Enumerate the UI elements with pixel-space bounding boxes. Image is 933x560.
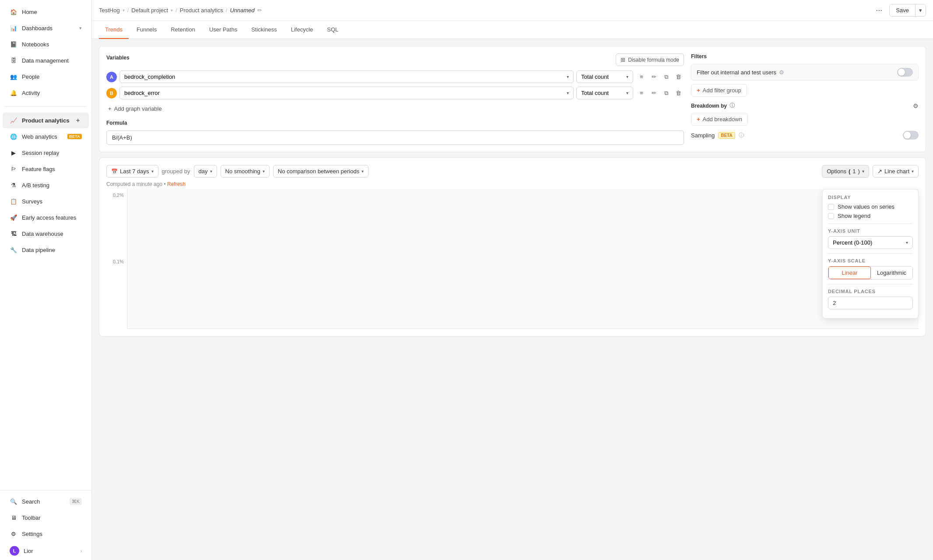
sidebar-item-product-analytics[interactable]: 📈 Product analytics + <box>3 112 89 128</box>
tab-lifecycle[interactable]: Lifecycle <box>285 21 319 39</box>
sidebar: 🏠 Home 📊 Dashboards ▾ 📓 Notebooks 🗄 Data… <box>0 0 92 560</box>
breadcrumb-unnamed: Unnamed <box>230 7 254 14</box>
save-button[interactable]: Save <box>890 4 915 16</box>
variable-b-count-select[interactable]: Total count ▾ <box>576 87 633 99</box>
variable-a-count: Total count <box>581 74 609 80</box>
tab-retention[interactable]: Retention <box>165 21 201 39</box>
breakdown-text: Breakdown by <box>691 103 727 109</box>
date-range-caret: ▾ <box>151 169 154 174</box>
variable-b-duplicate-button[interactable]: ⧉ <box>660 88 672 99</box>
sidebar-item-settings[interactable]: ⚙ Settings <box>3 526 89 542</box>
sampling-info-icon[interactable]: ⓘ <box>739 132 744 139</box>
breadcrumb: TestHog ▾ / Default project ▾ / Product … <box>99 7 262 14</box>
internal-filter-row: Filter out internal and test users ⚙ <box>691 64 919 80</box>
save-dropdown-button[interactable]: ▾ <box>915 4 926 16</box>
tab-stickiness[interactable]: Stickiness <box>245 21 283 39</box>
chart-type-button[interactable]: ↗ Line chart ▾ <box>873 165 919 178</box>
internal-filter-settings-icon[interactable]: ⚙ <box>779 69 784 76</box>
breadcrumb-product-analytics[interactable]: Product analytics <box>180 7 223 14</box>
y-axis-unit-select[interactable]: Percent (0-100) ▾ <box>828 236 913 249</box>
formula-input[interactable] <box>106 130 684 145</box>
add-graph-variable-button[interactable]: + Add graph variable <box>106 103 684 115</box>
sidebar-item-people[interactable]: 👥 People <box>3 69 89 84</box>
sampling-row: Sampling BETA ⓘ <box>691 131 919 140</box>
user-avatar: L <box>10 546 19 556</box>
tab-trends[interactable]: Trends <box>99 21 129 39</box>
disable-formula-label: Disable formula mode <box>628 57 679 63</box>
group-period-dropdown[interactable]: day ▾ <box>194 165 217 178</box>
breakdown-settings-button[interactable]: ⚙ <box>913 102 919 109</box>
sidebar-item-search[interactable]: 🔍 Search ⌘K <box>3 494 89 509</box>
show-legend-checkbox[interactable] <box>828 213 834 219</box>
sidebar-item-web-analytics[interactable]: 🌐 Web analytics BETA <box>3 129 89 144</box>
notebooks-icon: 📓 <box>10 40 18 48</box>
sidebar-item-home[interactable]: 🏠 Home <box>3 4 89 20</box>
variable-a-name: bedrock_completion <box>124 74 175 80</box>
sidebar-item-session-replay[interactable]: ▶ Session replay <box>3 145 89 161</box>
sidebar-item-toolbar[interactable]: 🖥 Toolbar <box>3 510 89 525</box>
smoothing-dropdown[interactable]: No smoothing ▾ <box>221 165 270 178</box>
show-values-label: Show values on series <box>838 203 894 210</box>
y-axis-scale-section: Y-AXIS SCALE Linear Logarithmic <box>828 258 913 280</box>
sidebar-item-data-management[interactable]: 🗄 Data management <box>3 52 89 68</box>
sidebar-item-data-pipeline[interactable]: 🔧 Data pipeline <box>3 242 89 258</box>
toolbar-icon: 🖥 <box>10 514 18 522</box>
scale-linear-button[interactable]: Linear <box>828 266 871 279</box>
show-legend-label: Show legend <box>838 213 870 219</box>
disable-formula-button[interactable]: ⊞ Disable formula mode <box>616 53 684 66</box>
sidebar-item-feature-flags[interactable]: 🏳 Feature flags <box>3 161 89 177</box>
options-button[interactable]: Options (1) ▾ <box>822 165 869 178</box>
variable-b-filter-button[interactable]: ≡ <box>636 88 647 99</box>
add-breakdown-plus-icon: + <box>697 116 700 122</box>
chart-type-label: Line chart <box>884 168 909 175</box>
sidebar-item-notebooks[interactable]: 📓 Notebooks <box>3 36 89 52</box>
sidebar-item-dashboards[interactable]: 📊 Dashboards ▾ <box>3 20 89 36</box>
variable-a-count-select[interactable]: Total count ▾ <box>576 70 633 83</box>
variable-a-delete-button[interactable]: 🗑 <box>673 71 684 83</box>
main-content: TestHog ▾ / Default project ▾ / Product … <box>92 0 933 560</box>
product-analytics-add-button[interactable]: + <box>74 116 82 124</box>
breadcrumb-default-project[interactable]: Default project <box>131 7 168 14</box>
show-legend-checkbox-row[interactable]: Show legend <box>828 213 913 219</box>
refresh-button[interactable]: Refresh <box>167 181 186 187</box>
sidebar-item-user[interactable]: L Lior › <box>3 542 89 560</box>
variable-b-select[interactable]: bedrock_error ▾ <box>119 87 574 99</box>
tab-funnels[interactable]: Funnels <box>130 21 163 39</box>
tab-user-paths[interactable]: User Paths <box>203 21 243 39</box>
sidebar-label-people: People <box>22 74 82 80</box>
tab-sql[interactable]: SQL <box>321 21 344 39</box>
add-breakdown-button[interactable]: + Add breakdown <box>691 113 748 126</box>
sidebar-item-surveys[interactable]: 📋 Surveys <box>3 193 89 209</box>
comparison-dropdown[interactable]: No comparison between periods ▾ <box>273 165 368 178</box>
date-range-dropdown[interactable]: 📅 Last 7 days ▾ <box>106 165 158 178</box>
sidebar-item-data-warehouse[interactable]: 🏗 Data warehouse <box>3 226 89 242</box>
sidebar-label-feature-flags: Feature flags <box>22 166 82 172</box>
y-axis-unit-section: Y-AXIS UNIT Percent (0-100) ▾ <box>828 228 913 249</box>
content-area: Variables ⊞ Disable formula mode A bedro… <box>92 39 933 560</box>
breakdown-info-icon[interactable]: ⓘ <box>730 102 735 109</box>
variable-a-filter-button[interactable]: ≡ <box>636 71 647 83</box>
variable-b-edit-button[interactable]: ✏ <box>648 88 659 99</box>
variable-b-delete-button[interactable]: 🗑 <box>673 88 684 99</box>
show-values-checkbox-row[interactable]: Show values on series <box>828 203 913 210</box>
breadcrumb-edit-icon[interactable]: ✏ <box>257 7 262 14</box>
breadcrumb-dropdown-project[interactable]: ▾ <box>171 8 173 13</box>
sampling-toggle[interactable] <box>903 131 919 140</box>
sidebar-item-activity[interactable]: 🔔 Activity <box>3 85 89 101</box>
variable-a-edit-button[interactable]: ✏ <box>648 71 659 83</box>
variable-a-duplicate-button[interactable]: ⧉ <box>660 71 672 83</box>
variable-a-select[interactable]: bedrock_completion ▾ <box>119 70 574 83</box>
sidebar-item-ab-testing[interactable]: ⚗ A/B testing <box>3 177 89 193</box>
show-values-checkbox[interactable] <box>828 204 834 210</box>
more-options-button[interactable]: ··· <box>872 4 886 17</box>
decimal-places-input[interactable] <box>828 297 913 309</box>
scale-logarithmic-button[interactable]: Logarithmic <box>871 266 912 279</box>
breadcrumb-dropdown-testhog[interactable]: ▾ <box>123 8 125 13</box>
group-period-caret: ▾ <box>210 169 212 174</box>
add-filter-group-button[interactable]: + Add filter group <box>691 84 747 97</box>
breadcrumb-testhog[interactable]: TestHog <box>99 7 120 14</box>
internal-filter-toggle[interactable] <box>897 68 913 77</box>
formula-section: Formula <box>106 120 684 145</box>
formula-grid-icon: ⊞ <box>621 56 625 63</box>
sidebar-item-early-access[interactable]: 🚀 Early access features <box>3 210 89 225</box>
